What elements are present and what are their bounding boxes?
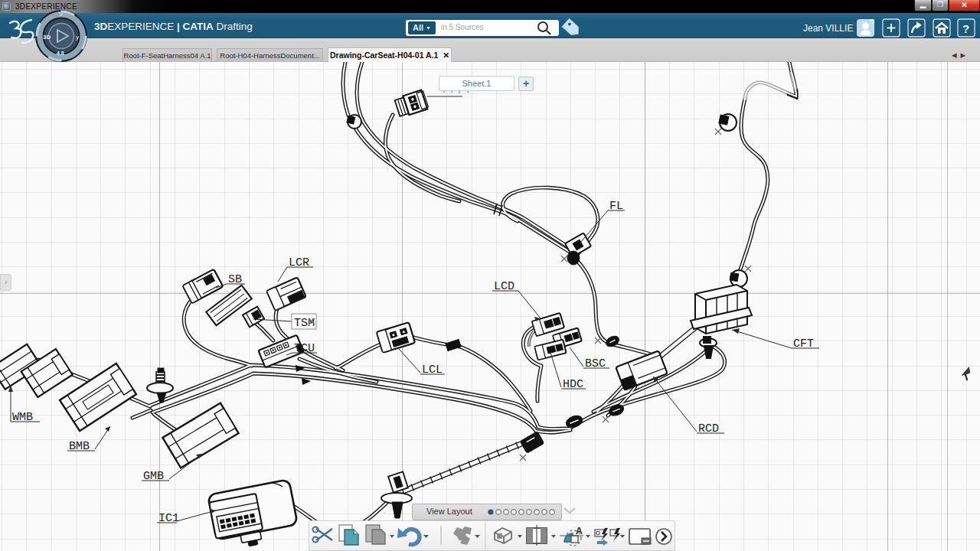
svg-text:4.8: 4.8 — [57, 51, 64, 56]
svg-text:3D: 3D — [43, 34, 51, 41]
svg-text:A: A — [576, 526, 583, 536]
svg-text:y: y — [76, 34, 79, 41]
svg-text:V: V — [59, 11, 64, 18]
svg-text:?: ? — [962, 22, 969, 35]
